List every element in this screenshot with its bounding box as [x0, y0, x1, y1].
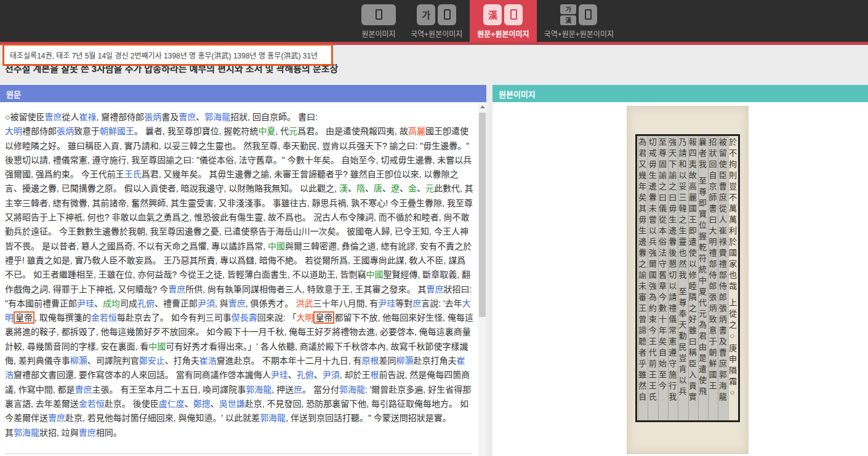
- text-run: 每赴京去了。 如今有判三司事: [117, 313, 231, 322]
- text-run: 。 曩者, 我至尊卽寶位, 握乾符統: [134, 126, 258, 136]
- view-mode-label: 국역+원본이미지: [411, 28, 462, 39]
- left-panel-scrollbar[interactable]: [478, 102, 486, 456]
- text-run: 司成: [120, 298, 137, 308]
- entity-link[interactable]: 隋: [356, 183, 365, 193]
- entity-link[interactable]: 郭海龍: [339, 385, 365, 394]
- entity-link[interactable]: 庶: [412, 298, 421, 308]
- entity-link[interactable]: 洪武: [295, 298, 313, 308]
- original-text-panel: 원문 ○被留使臣曺庶從人崔祿, 齎禮部侍郞張炳書及曺庶、郭海龍招狀, 回自京師。…: [0, 85, 486, 456]
- entity-link[interactable]: 中國: [148, 342, 166, 351]
- scrollbar-up-button[interactable]: [478, 102, 486, 111]
- text-run: 、: [365, 183, 374, 193]
- document-image-icon: [438, 4, 456, 25]
- entity-link[interactable]: 王氏: [124, 169, 142, 179]
- entity-link[interactable]: 元: [425, 183, 434, 193]
- top-header: 원본이미지가국역+원본이미지漢원문+원본이미지가漢국역+원문+원본이미지: [0, 0, 868, 42]
- entity-link[interactable]: 金若恒: [79, 399, 105, 409]
- entity-link[interactable]: 孔俯: [297, 370, 314, 380]
- scan-column: 被留使臣曹庶從人崔祿賫禮部侍郎張炳書及曹庶郭海龍: [718, 136, 728, 420]
- entity-link[interactable]: 遼: [391, 183, 400, 193]
- entity-link[interactable]: 大明: [5, 126, 22, 136]
- text-run: , 代: [275, 126, 289, 136]
- entity-link[interactable]: 大明: [296, 313, 313, 322]
- entity-link[interactable]: 柳灝: [70, 356, 87, 366]
- entity-link[interactable]: 根: [370, 370, 379, 380]
- view-mode-button-3[interactable]: 가漢국역+원문+원본이미지: [537, 0, 621, 42]
- entity-link[interactable]: 張炳: [57, 126, 74, 136]
- entity-link[interactable]: 崔祿: [79, 112, 96, 122]
- text-run: 、: [185, 399, 193, 409]
- icon-row: 가漢: [560, 3, 597, 26]
- entity-link[interactable]: 郭海龍: [260, 413, 286, 423]
- entity-link[interactable]: 盧仁度: [159, 399, 185, 409]
- entity-link[interactable]: 尹珪: [378, 298, 395, 308]
- text-run: 回來說: 「: [257, 313, 297, 322]
- entity-link[interactable]: 漢: [339, 183, 348, 193]
- original-image-panel: 원본이미지 於不拘則豈不萬萬利於國家也哉 上從之○庚申隕霜○被留使臣曹庶從人崔祿…: [492, 85, 868, 456]
- entity-link[interactable]: 唐: [374, 183, 382, 193]
- entity-link[interactable]: 鄭摠: [193, 399, 211, 409]
- scan-page-frame: 於不拘則豈不萬萬利於國家也哉 上從之○庚申隕霜○被留使臣曹庶從人崔祿賫禮部侍郎張…: [635, 134, 740, 422]
- entity-link[interactable]: 金: [408, 183, 417, 193]
- scan-column: 乃請和以妥三韓之生靈也然我 至尊奉天勤民豈肯以兵: [678, 136, 688, 420]
- view-mode-button-0[interactable]: 원본이미지: [354, 0, 403, 42]
- entity-link[interactable]: 中國: [268, 241, 285, 251]
- entity-link[interactable]: 庶: [294, 385, 302, 394]
- entity-link[interactable]: 曺庶: [48, 413, 65, 423]
- entity-link[interactable]: 張炳: [144, 112, 161, 122]
- entity-link[interactable]: 柳灝: [396, 356, 413, 366]
- text-run: 齎進赴京。 不期本年十二月十九日, 有: [217, 356, 362, 366]
- icon-row: 가: [417, 3, 456, 26]
- text-run: , 俱係秀才。: [246, 298, 296, 308]
- entity-link[interactable]: 偰長壽: [231, 313, 257, 322]
- entity-link[interactable]: 曺庶: [75, 385, 92, 394]
- page-glyph-icon: [444, 9, 451, 20]
- entity-link[interactable]: 崔浩: [199, 356, 217, 366]
- entity-link[interactable]: 曺庶: [426, 284, 443, 294]
- entity-link[interactable]: 曺庶: [168, 284, 185, 294]
- entity-link[interactable]: 曺庶: [44, 112, 62, 122]
- entity-link[interactable]: 郭海龍: [204, 112, 230, 122]
- paragraph: 大明禮部侍郞張炳致意于朝鮮國王。 曩者, 我至尊卽寶位, 握乾符統中夏, 代元爲…: [5, 124, 473, 425]
- entity-link[interactable]: 尹珪: [271, 370, 288, 380]
- text-run: , 齎禮部侍郞: [96, 112, 144, 122]
- entity-link[interactable]: 曺庶: [228, 298, 246, 308]
- panel-title-image: 원본이미지: [499, 88, 536, 100]
- entity-link[interactable]: 尹須: [323, 370, 340, 380]
- entity-link[interactable]: 郭海龍: [246, 385, 271, 394]
- entity-link[interactable]: 孔俯: [137, 298, 155, 308]
- panel-title-wonmun: 원문: [6, 88, 21, 100]
- entity-link[interactable]: 郭海龍: [14, 428, 39, 438]
- entity-link[interactable]: 曺庶: [79, 428, 96, 438]
- text-run: 、禮曹正郞: [155, 298, 198, 308]
- text-run: , 押送: [271, 385, 294, 394]
- entity-link[interactable]: 尹須: [198, 298, 215, 308]
- view-mode-button-1[interactable]: 가국역+원본이미지: [403, 0, 470, 42]
- scan-column: 強天下諭之曰毋生邊釁後懇切以請禮儀常憲遵守施行我: [668, 136, 678, 420]
- text-run: 從人: [62, 112, 79, 122]
- entity-link[interactable]: 朝鮮國王: [100, 126, 134, 136]
- entity-link[interactable]: 吳世謙: [219, 399, 245, 409]
- entity-link[interactable]: 原根: [361, 356, 379, 366]
- entity-link[interactable]: 曺庶: [179, 112, 196, 122]
- text-run: , 與: [215, 298, 228, 308]
- entity-link[interactable]: 元: [289, 126, 297, 136]
- entity-link[interactable]: 中國: [366, 270, 383, 279]
- text-run: , 伴送到京回話打聽。" 今蒙送問招狀是實。: [286, 413, 451, 423]
- text-run: 、: [417, 183, 425, 193]
- view-mode-button-2[interactable]: 漢원문+원본이미지: [470, 0, 536, 42]
- search-term-highlight: 皇帝: [313, 311, 334, 324]
- page-glyph-icon: [510, 9, 517, 20]
- text-run: 相同。: [96, 428, 122, 438]
- text-run: 致意于: [74, 126, 100, 136]
- entity-link[interactable]: 鄭安止: [139, 356, 165, 366]
- panel-header-image: 원본이미지: [492, 85, 868, 102]
- entity-link[interactable]: 尹珪: [77, 298, 94, 308]
- entity-link[interactable]: 中夏: [258, 126, 275, 136]
- entity-link[interactable]: 金若恒: [91, 313, 117, 322]
- scan-column: 至尊固諭之曰儀從本俗法守舊章今數十年矣自始至今: [658, 136, 668, 420]
- entity-link[interactable]: 高麗: [408, 126, 425, 136]
- entity-link[interactable]: 成均: [103, 298, 120, 308]
- scrollbar-thumb[interactable]: [479, 113, 486, 317]
- stacked-script-icon: 가漢: [560, 4, 576, 25]
